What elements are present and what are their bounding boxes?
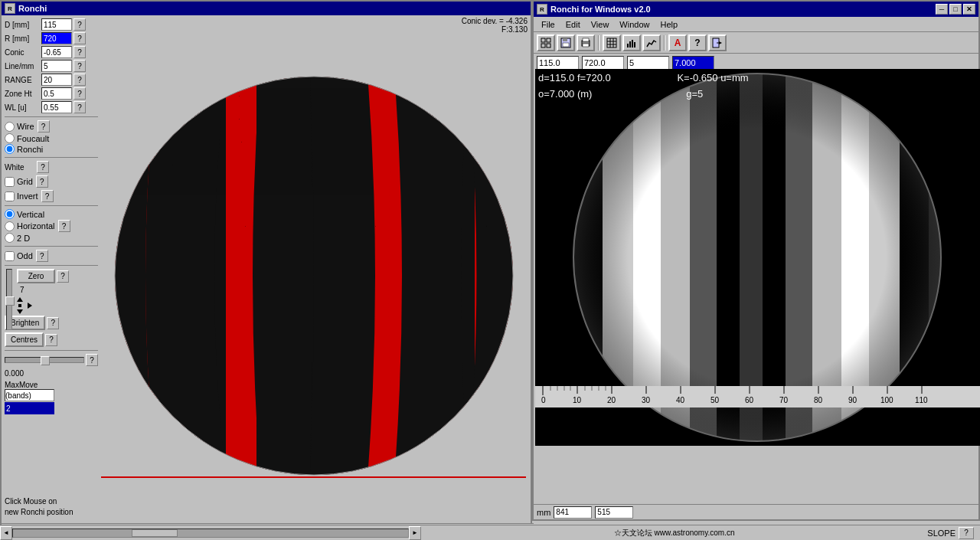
toolbar-help-btn[interactable]: ? xyxy=(688,34,707,51)
click-text-2: new Ronchi position xyxy=(5,507,74,518)
horizontal-radio[interactable] xyxy=(5,221,15,231)
odd-label: Odd xyxy=(17,251,33,260)
bottom-scroll-track[interactable] xyxy=(12,529,409,538)
left-window: R Ronchi D [mm] ? R [mm] ? Conic ? Line/… xyxy=(0,0,532,540)
centres-help[interactable]: ? xyxy=(45,334,57,346)
brighten-help[interactable]: ? xyxy=(47,317,59,329)
svg-rect-27 xyxy=(547,44,550,47)
toolbar-save-btn[interactable] xyxy=(557,34,575,51)
v-slider-thumb[interactable] xyxy=(5,296,15,306)
ronchi-radio[interactable] xyxy=(5,144,15,154)
horizontal-row: Horizontal ? xyxy=(5,220,98,232)
bottom-scroll-right-btn[interactable]: ► xyxy=(409,526,421,540)
arrow-down-icon xyxy=(17,309,23,314)
right-window-title: Ronchi for Windows v2.0 xyxy=(550,5,651,14)
svg-text:0: 0 xyxy=(541,396,546,404)
twod-radio[interactable] xyxy=(5,233,15,243)
d-mm-help[interactable]: ? xyxy=(74,18,86,31)
svg-rect-30 xyxy=(563,43,569,47)
svg-rect-17 xyxy=(241,142,242,142)
toolbar-table-btn[interactable] xyxy=(603,34,621,51)
vertical-radio[interactable] xyxy=(5,209,15,219)
zone-ht-help[interactable]: ? xyxy=(74,87,86,100)
right-display-area: d=115.0 f=720.0 K=-0.650 u=mm o=7.000 (m… xyxy=(535,69,980,446)
d-mm-input[interactable] xyxy=(41,18,72,31)
menu-file[interactable]: File xyxy=(537,18,560,31)
grid-help[interactable]: ? xyxy=(36,175,48,188)
click-text: Click Mouse on new Ronchi position xyxy=(5,496,74,518)
r-mm-label: R [mm] xyxy=(5,34,41,43)
centres-button[interactable]: Centres xyxy=(5,332,44,347)
menu-bar: File Edit View Window Help xyxy=(534,17,978,32)
toolbar-sep1 xyxy=(598,35,599,51)
ronchi-display-area xyxy=(101,38,526,513)
maximize-button[interactable]: □ xyxy=(949,4,962,15)
menu-window[interactable]: Window xyxy=(615,18,654,31)
toolbar-text-btn[interactable]: A xyxy=(668,34,687,51)
wire-radio[interactable] xyxy=(5,122,15,132)
param-o-input[interactable] xyxy=(672,56,714,70)
invert-check[interactable] xyxy=(5,191,15,201)
zone-ht-input[interactable] xyxy=(41,87,72,100)
svg-text:10: 10 xyxy=(573,396,582,404)
svg-text:100: 100 xyxy=(880,396,893,404)
maxmove-input[interactable] xyxy=(5,389,54,401)
svg-rect-24 xyxy=(541,38,545,42)
toolbar-chart2-btn[interactable] xyxy=(642,34,661,51)
orient-help[interactable]: ? xyxy=(58,220,70,232)
slider-help[interactable]: ? xyxy=(86,354,98,366)
bottom-red-line xyxy=(101,476,526,478)
toolbar-print-btn[interactable] xyxy=(577,34,595,51)
svg-rect-63 xyxy=(535,386,980,407)
grid-row: Grid ? xyxy=(5,175,98,188)
mode-help[interactable]: ? xyxy=(38,120,50,133)
svg-rect-22 xyxy=(486,226,487,227)
save-icon xyxy=(560,38,571,48)
slope-help-btn[interactable]: ? xyxy=(959,527,974,539)
bottom-scroll-thumb[interactable] xyxy=(132,529,178,537)
line-mm-help[interactable]: ? xyxy=(74,60,86,72)
menu-help[interactable]: Help xyxy=(655,18,682,31)
invert-help[interactable]: ? xyxy=(41,190,54,202)
r-mm-help[interactable]: ? xyxy=(74,32,86,44)
grid-check[interactable] xyxy=(5,177,15,187)
odd-help[interactable]: ? xyxy=(36,250,48,262)
zero-button[interactable]: Zero xyxy=(17,269,55,283)
toolbar-exit-btn[interactable] xyxy=(708,34,727,51)
toolbar-grid-btn[interactable] xyxy=(537,34,555,51)
window-controls: ─ □ ✕ xyxy=(936,4,975,15)
wl-input[interactable] xyxy=(41,101,72,113)
param-d-input[interactable] xyxy=(537,56,579,70)
v-slider-track[interactable] xyxy=(6,269,12,330)
line-mm-input[interactable] xyxy=(41,60,72,72)
h-slider-track[interactable] xyxy=(5,357,84,363)
range-help[interactable]: ? xyxy=(74,74,86,86)
svg-text:110: 110 xyxy=(915,396,928,404)
zero-value: 7 xyxy=(20,286,98,294)
conic-help[interactable]: ? xyxy=(74,46,86,58)
menu-edit[interactable]: Edit xyxy=(561,18,585,31)
close-button[interactable]: ✕ xyxy=(963,4,975,15)
toolbar-chart-btn[interactable] xyxy=(622,34,641,51)
chart-icon xyxy=(626,38,637,48)
param-g-input[interactable] xyxy=(627,56,669,70)
param-f-input[interactable] xyxy=(582,56,624,70)
conic-input[interactable] xyxy=(41,46,72,58)
zero-help[interactable]: ? xyxy=(57,270,69,283)
range-input[interactable] xyxy=(41,74,72,86)
bottom-val2: 515 xyxy=(595,506,633,519)
mm-label: mm xyxy=(537,508,550,517)
minimize-button[interactable]: ─ xyxy=(936,4,948,15)
wl-help[interactable]: ? xyxy=(74,101,86,113)
r-mm-input[interactable] xyxy=(41,32,72,44)
conic-dev: Conic dev. = -4.326 xyxy=(462,17,528,25)
color-help[interactable]: ? xyxy=(37,161,49,173)
svg-rect-41 xyxy=(632,40,633,47)
bottom-scroll-left-btn[interactable]: ◄ xyxy=(0,526,12,540)
odd-check[interactable] xyxy=(5,251,15,261)
svg-rect-32 xyxy=(583,38,589,41)
foucault-radio[interactable] xyxy=(5,133,15,143)
menu-view[interactable]: View xyxy=(586,18,614,31)
h-slider-thumb[interactable] xyxy=(41,356,50,365)
svg-rect-11 xyxy=(111,88,112,89)
